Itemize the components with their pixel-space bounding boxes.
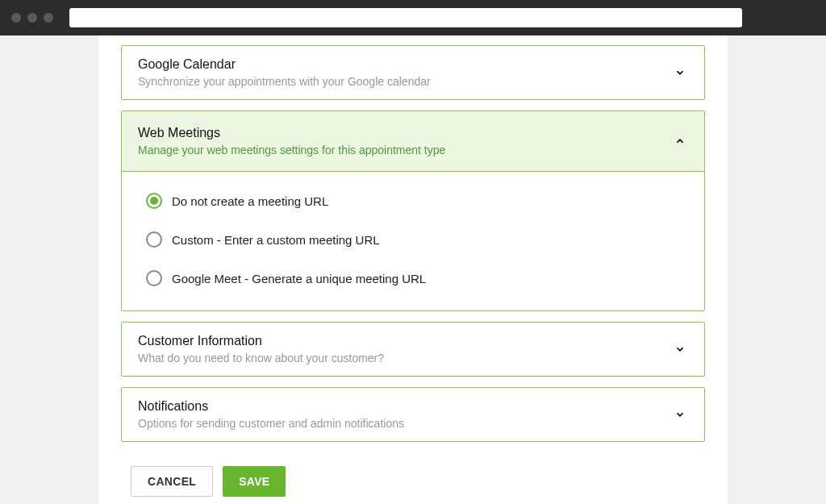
panel-body-web-meetings: Do not create a meeting URL Custom - Ent… [122, 172, 704, 310]
chevron-up-icon [672, 133, 688, 149]
panel-google-calendar: Google Calendar Synchronize your appoint… [121, 45, 705, 100]
panel-titles: Notifications Options for sending custom… [138, 399, 672, 430]
panel-notifications: Notifications Options for sending custom… [121, 387, 705, 442]
panel-subtitle: What do you need to know about your cust… [138, 352, 672, 364]
panel-subtitle: Options for sending customer and admin n… [138, 417, 672, 430]
chevron-down-icon [672, 341, 688, 357]
window-zoom-dot[interactable] [44, 13, 53, 23]
panel-title: Customer Information [138, 334, 672, 348]
radio-label: Do not create a meeting URL [172, 194, 328, 208]
panel-header-customer-information[interactable]: Customer Information What do you need to… [122, 323, 704, 376]
radio-icon [146, 231, 162, 248]
chevron-down-icon [672, 406, 688, 423]
radio-icon [146, 193, 162, 209]
radio-custom-url[interactable]: Custom - Enter a custom meeting URL [146, 231, 680, 248]
panel-title: Web Meetings [138, 126, 672, 140]
save-button[interactable]: SAVE [223, 466, 286, 497]
window-close-dot[interactable] [11, 13, 21, 23]
url-bar[interactable] [69, 8, 742, 27]
radio-icon [146, 270, 162, 286]
panel-titles: Web Meetings Manage your web meetings se… [138, 126, 672, 156]
action-buttons: CANCEL SAVE [121, 466, 705, 497]
window-titlebar [0, 0, 826, 35]
panel-title: Google Calendar [138, 57, 672, 72]
window-controls [11, 13, 53, 23]
cancel-button[interactable]: CANCEL [131, 466, 213, 497]
panel-titles: Google Calendar Synchronize your appoint… [138, 57, 672, 88]
panel-titles: Customer Information What do you need to… [138, 334, 672, 364]
radio-no-meeting-url[interactable]: Do not create a meeting URL [146, 193, 680, 209]
radio-label: Google Meet - Generate a unique meeting … [172, 272, 426, 285]
settings-panels: Google Calendar Synchronize your appoint… [98, 35, 728, 504]
panel-subtitle: Manage your web meetings settings for th… [138, 144, 672, 156]
window-minimize-dot[interactable] [27, 13, 37, 23]
panel-title: Notifications [138, 399, 672, 414]
panel-customer-information: Customer Information What do you need to… [121, 322, 705, 377]
panel-header-notifications[interactable]: Notifications Options for sending custom… [122, 388, 704, 441]
radio-google-meet[interactable]: Google Meet - Generate a unique meeting … [146, 270, 680, 286]
panel-subtitle: Synchronize your appointments with your … [138, 75, 672, 88]
panel-web-meetings: Web Meetings Manage your web meetings se… [121, 110, 705, 311]
chevron-down-icon [672, 65, 688, 81]
panel-header-web-meetings[interactable]: Web Meetings Manage your web meetings se… [122, 111, 704, 172]
panel-header-google-calendar[interactable]: Google Calendar Synchronize your appoint… [122, 46, 704, 99]
page-body: Google Calendar Synchronize your appoint… [0, 35, 826, 504]
radio-label: Custom - Enter a custom meeting URL [172, 233, 380, 247]
